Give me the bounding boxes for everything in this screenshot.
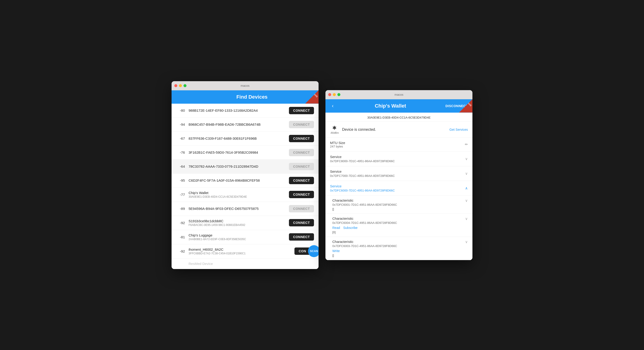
characteristic-label-1: Characteristic — [332, 198, 397, 202]
device-uuid-text: 30A0E9E1-D3EB-40D4-CC1A-6C5E3D479D4E — [367, 116, 430, 119]
device-rssi: -80 — [176, 109, 185, 112]
edit-icon[interactable]: ✏ — [465, 142, 468, 147]
read-button[interactable]: Read — [332, 226, 340, 230]
characteristic-row-2: Characteristic 0x7DFC6004-7D1C-4951-86AA… — [326, 214, 472, 237]
find-devices-window: macos Find Devices DEBUG -80 988B172E-14… — [172, 81, 318, 269]
device-rssi: -92 — [176, 249, 185, 253]
disconnect-button[interactable]: DISCONNECT — [445, 104, 468, 108]
service-row-2[interactable]: Service 0x7DFC7000-7D1C-4951-86AA-8D9728… — [326, 166, 472, 181]
connect-button[interactable]: CONNECT — [289, 121, 314, 128]
device-info: 837FF636-C339-F167-6488-30E61F1F696B — [188, 137, 285, 140]
device-row: -81 Chip's Luggage 2AAB0BE1-8A72-EE9F-C0… — [172, 230, 318, 244]
chevron-down-icon: ∨ — [465, 216, 468, 221]
device-info: ResMed Device — [188, 262, 314, 266]
device-list: -80 988B172E-14EF-EF80-1333-12168A2D82A4… — [172, 104, 318, 269]
connect-button[interactable]: CONNECT — [289, 233, 314, 241]
device-row: -89 5E94596A-B94A-9F03-DFEC-D657507F5875… — [172, 202, 318, 216]
title-bar-right: macos — [326, 90, 472, 99]
title-bar-label: macos — [241, 84, 250, 87]
connect-button[interactable]: CONNECT — [289, 135, 314, 142]
back-button[interactable]: ‹ — [330, 103, 335, 109]
characteristic-row-1: Characteristic 0x7DFC6001-7D1C-4951-86AA… — [326, 196, 472, 214]
service-label-container: Service 0x7DFC8000-7D1C-4951-86AA-8D9728… — [330, 155, 395, 163]
device-name: C6D2F4FC-5F7A-1A0F-015A-8964B8CFEF58 — [188, 178, 285, 182]
connect-button[interactable]: CONNECT — [289, 219, 314, 226]
characteristic-actions-2: Read Subscribe — [332, 226, 468, 230]
device-row: -92 ihoment_H6002_8A2C 3FFC6BBD-E7A2-7C3… — [172, 244, 318, 258]
maximize-button[interactable] — [338, 93, 340, 96]
connect-button[interactable]: CONNECT — [289, 177, 314, 184]
close-button[interactable] — [328, 93, 331, 96]
service-row-3[interactable]: Service 0x7DFC6000-7D1C-4951-86AA-8D9728… — [326, 181, 472, 196]
minimize-button[interactable] — [333, 93, 336, 96]
get-services-button[interactable]: Get Services — [450, 128, 468, 131]
connect-button[interactable]: CONNECT — [289, 107, 314, 114]
maximize-button[interactable] — [184, 84, 186, 87]
device-row: -80 988B172E-14EF-EF80-1333-12168A2D82A4… — [172, 104, 318, 118]
device-name: 5E94596A-B94A-9F03-DFEC-D657507F5875 — [188, 207, 285, 210]
close-button[interactable] — [174, 84, 177, 87]
device-subname: F6ABACBC-0E95-1459-98C1-90881EBA4592 — [188, 223, 285, 227]
connect-button[interactable]: CONNECT — [289, 149, 314, 156]
connect-button[interactable]: CONNECT — [289, 163, 314, 170]
device-row: -76 3F162B1C-FAE5-59D0-7614-3F95B2C09984… — [172, 146, 318, 160]
device-name: 78C33782-AAAA-7333-0776-211D28947D4D — [188, 165, 285, 168]
device-row: -67 837FF636-C339-F167-6488-30E61F1F696B… — [172, 132, 318, 146]
device-detail-title: Chip's Wallet — [335, 103, 445, 109]
service-label-1: Service — [330, 155, 395, 159]
device-rssi: -95 — [176, 178, 185, 182]
device-subname: 3FFC6BBD-E7A2-7C38-C454-01B10F1590C1 — [188, 252, 291, 255]
characteristic-header-2: Characteristic 0x7DFC6004-7D1C-4951-86AA… — [332, 216, 468, 224]
device-info: 78C33782-AAAA-7333-0776-211D28947D4D — [188, 165, 285, 168]
characteristic-header-3: Characteristic 0x7DFC6003-7D1C-4951-86AA… — [332, 240, 468, 248]
connected-status-text: Device is connected. — [342, 128, 446, 132]
service-label-2: Service — [330, 170, 395, 174]
traffic-lights-right — [328, 93, 340, 96]
service-header-3: Service 0x7DFC6000-7D1C-4951-86AA-8D9728… — [330, 184, 468, 192]
device-name: 988B172E-14EF-EF80-1333-12168A2D82A4 — [188, 109, 285, 112]
scan-button[interactable]: SCAN — [308, 245, 318, 257]
device-info: 5E94596A-B94A-9F03-DFEC-D657507F5875 — [188, 207, 285, 210]
device-info: Chip's Luggage 2AAB0BE1-8A72-EE9F-C0E6-8… — [188, 233, 285, 241]
title-bar-left: macos — [172, 81, 318, 90]
characteristic-value-1: [] — [332, 207, 468, 211]
signal-strength: -80dBm — [330, 131, 339, 134]
service-row-1[interactable]: Service 0x7DFC8000-7D1C-4951-86AA-8D9728… — [326, 152, 472, 166]
device-info: S191b3ce9bc1dcbb8C F6ABACBC-0E95-1459-98… — [188, 219, 285, 227]
device-subname: 2AAB0BE1-8A72-EE9F-C0E6-8DF358E5035C — [188, 238, 285, 241]
device-row: -95 C6D2F4FC-5F7A-1A0F-015A-8964B8CFEF58… — [172, 174, 318, 188]
device-rssi: -94 — [176, 123, 185, 126]
device-name: S191b3ce9bc1dcbb8C — [188, 219, 285, 223]
connect-button[interactable]: CONNECT — [289, 205, 314, 212]
characteristic-uuid-3: 0x7DFC6003-7D1C-4951-86AA-8D9728F8D66C — [332, 244, 397, 248]
device-info: B968C457-B94B-F98B-EAD6-72BBCB6A674B — [188, 123, 285, 126]
mtu-value: 247 bytes — [330, 145, 465, 148]
service-header-1: Service 0x7DFC8000-7D1C-4951-86AA-8D9728… — [330, 155, 468, 163]
chevron-down-icon: ∨ — [465, 240, 468, 244]
subscribe-button[interactable]: Subscribe — [343, 226, 357, 230]
connect-button[interactable]: CONNECT — [289, 191, 314, 198]
service-label-container: Service 0x7DFC6000-7D1C-4951-86AA-8D9728… — [330, 184, 395, 192]
device-row: -94 B968C457-B94B-F98B-EAD6-72BBCB6A674B… — [172, 118, 318, 132]
minimize-button[interactable] — [179, 84, 182, 87]
bluetooth-icon-container: ✱ -80dBm — [330, 125, 339, 134]
device-rssi: -67 — [176, 137, 185, 140]
characteristic-uuid-2: 0x7DFC6004-7D1C-4951-86AA-8D9728F8D66C — [332, 221, 397, 224]
write-button[interactable]: Write — [332, 249, 340, 253]
title-bar-label: macos — [394, 93, 403, 96]
device-name: Chip's Wallet — [188, 191, 285, 195]
chevron-down-icon: ∨ — [465, 198, 468, 203]
device-uuid-bar: 30A0E9E1-D3EB-40D4-CC1A-6C5E3D479D4E — [326, 113, 472, 122]
device-name: ihoment_H6002_8A2C — [188, 247, 291, 251]
device-row: -77 Chip's Wallet 30A0E9E1-D3EB-40D4-CC1… — [172, 188, 318, 202]
device-rssi: -64 — [176, 165, 185, 168]
service-label-container: Service 0x7DFC7000-7D1C-4951-86AA-8D9728… — [330, 170, 395, 177]
mtu-info: MTU Size 247 bytes — [330, 141, 465, 148]
chevron-up-icon: ∧ — [465, 186, 468, 190]
device-rssi: -89 — [176, 207, 185, 210]
device-info: 3F162B1C-FAE5-59D0-7614-3F95B2C09984 — [188, 151, 285, 154]
characteristic-value-3: [] — [332, 254, 468, 257]
characteristic-info-2: Characteristic 0x7DFC6004-7D1C-4951-86AA… — [332, 216, 397, 224]
characteristic-label-3: Characteristic — [332, 240, 397, 244]
device-info: C6D2F4FC-5F7A-1A0F-015A-8964B8CFEF58 — [188, 178, 285, 182]
